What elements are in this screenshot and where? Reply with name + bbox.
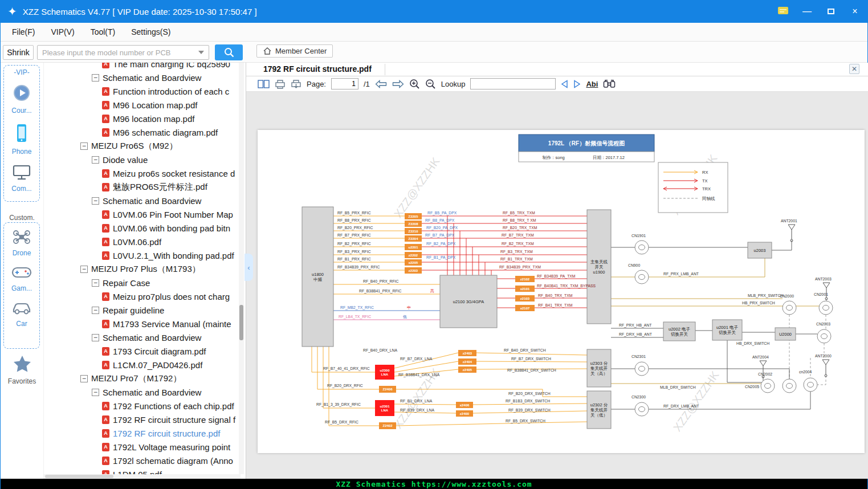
tree-file[interactable]: AM96 schematic diagram.pdf — [44, 125, 241, 139]
tree-folder[interactable]: −Schematic and Boardview — [44, 331, 241, 344]
sidebar-item-game-label[interactable]: Gam... — [11, 284, 32, 292]
app-window: ✦ XZZ Schematics V4.77 [ VIP Due date: 2… — [0, 0, 868, 489]
sidebar-item-computer[interactable] — [13, 165, 31, 182]
collapse-minus-icon[interactable]: − — [80, 266, 88, 273]
document-tab[interactable]: 1792 RF circuit structure.pdf — [263, 64, 372, 74]
tree-folder[interactable]: −MEIZU Pro7（M1792） — [44, 372, 241, 385]
sidebar-item-course[interactable] — [13, 84, 31, 104]
tree-file[interactable]: A1792l schematic diagram (Anno — [44, 454, 241, 467]
tree-file[interactable]: AL0VM.06 Pin Foot Number Map — [44, 207, 241, 221]
collapse-minus-icon[interactable]: − — [92, 74, 99, 82]
page-number-input[interactable] — [331, 78, 358, 89]
tree-item-label: 1792l schematic diagram (Anno — [113, 456, 233, 466]
vip-card-icon[interactable] — [777, 6, 789, 17]
pdf-canvas[interactable]: XZZ@XZZHKXZZ@XZZHKXZZ@XZZHKXZZ@XZZHKu180… — [246, 92, 868, 479]
sidebar-item-course-label[interactable]: Cour... — [11, 107, 31, 115]
collapse-minus-icon[interactable]: − — [92, 156, 99, 164]
minimize-button[interactable]: — — [801, 6, 813, 17]
tree-file[interactable]: AMeizu pro7plus does not charg — [44, 290, 241, 303]
tree-file[interactable]: AFunction introduction of each c — [44, 84, 241, 98]
tree-folder[interactable]: −MEIZU Pro7 Plus（M1793） — [44, 262, 241, 276]
tree-file[interactable]: AM1793 Service Manual (mainte — [44, 317, 241, 331]
close-document-icon[interactable]: ✕ — [849, 64, 859, 74]
sidebar-item-drone-label[interactable]: Drone — [13, 249, 31, 257]
sidebar-item-phone[interactable] — [15, 124, 28, 145]
tree-file[interactable]: AL0VU.2.1_With bonding pad.pdf — [44, 248, 241, 262]
two-page-view-icon[interactable] — [258, 80, 270, 88]
close-button[interactable]: × — [849, 6, 861, 17]
prev-page-icon[interactable] — [375, 80, 387, 88]
collapse-minus-icon[interactable]: − — [92, 279, 99, 287]
print-icon[interactable] — [275, 79, 286, 89]
tree-folder[interactable]: −Schematic and Boardview — [44, 385, 241, 399]
zoom-out-icon[interactable] — [425, 79, 436, 89]
sidebar-item-game[interactable] — [11, 265, 32, 282]
find-next-icon[interactable] — [573, 80, 581, 88]
custom-group-label: Custom. — [1, 214, 43, 222]
tree-file[interactable]: AL0VM.06 with bonding pad bitn — [44, 221, 241, 235]
connector-pin — [639, 366, 645, 372]
tree-item-label: L0VM.06 Pin Foot Number Map — [113, 210, 233, 219]
collapse-minus-icon[interactable]: − — [92, 389, 99, 396]
tree-file[interactable]: A1792 RF circuit structure signal f — [44, 413, 241, 426]
component-label: z2102 — [520, 278, 530, 281]
sidebar-item-car-label[interactable]: Car — [16, 320, 27, 328]
pdf-file-icon: A — [102, 224, 109, 233]
tree-file[interactable]: A1793 Circuit diagram.pdf — [44, 344, 241, 358]
match-case-toggle[interactable]: Abi — [586, 80, 598, 88]
collapse-minus-icon[interactable]: − — [80, 142, 88, 150]
tree-file[interactable]: AThe main charging IC bq25890 — [44, 63, 241, 71]
model-search-input[interactable] — [38, 48, 198, 57]
tree-file[interactable]: A1792 RF circuit structure.pdf — [44, 426, 241, 440]
tree-horizontal-scrollbar[interactable] — [44, 474, 241, 479]
tree-folder[interactable]: −Repair guideline — [44, 303, 241, 317]
maximize-button[interactable] — [825, 6, 837, 17]
sidebar-item-favorites[interactable]: Favorites — [1, 354, 43, 385]
find-previous-icon[interactable] — [561, 80, 568, 88]
signal-label: RF_B38B41_PRX_RFIC — [359, 289, 402, 294]
collapse-minus-icon[interactable]: − — [80, 375, 88, 382]
tree-file[interactable]: A1792 Functions of each chip.pdf — [44, 399, 241, 413]
menu-vip[interactable]: VIP(V) — [43, 27, 82, 36]
tree-file[interactable]: AMeizu pro6s socket resistance d — [44, 166, 241, 180]
tree-file[interactable]: AL1CM.07_PAD0426.pdf — [44, 358, 241, 372]
tree-file[interactable]: A1792L Voltage measuring point — [44, 440, 241, 454]
tree-file[interactable]: A魅族PRO6S元件标注.pdf — [44, 180, 241, 194]
tree-vertical-scrollbar[interactable] — [239, 63, 244, 474]
sidebar-item-phone-label[interactable]: Phone — [12, 148, 32, 156]
sidebar-item-computer-label[interactable]: Com... — [11, 185, 31, 193]
sidebar-item-car[interactable] — [11, 300, 32, 317]
tree-file[interactable]: AM96 Location map.pdf — [44, 98, 241, 112]
tree-folder[interactable]: −Repair Case — [44, 276, 241, 290]
menu-settings[interactable]: Settings(S) — [123, 27, 178, 36]
tree-folder[interactable]: −Schematic and Boardview — [44, 194, 241, 207]
tree-item-label: Schematic and Boardview — [103, 196, 201, 206]
collapse-minus-icon[interactable]: − — [92, 334, 99, 341]
next-page-icon[interactable] — [392, 80, 404, 88]
menu-file[interactable]: File(F) — [4, 27, 43, 36]
collapse-tree-handle[interactable]: ‹ — [244, 254, 253, 281]
model-search-combo[interactable] — [37, 45, 209, 60]
binoculars-search-icon[interactable] — [603, 79, 616, 88]
pdf-file-icon: A — [102, 429, 109, 438]
zoom-in-icon[interactable] — [409, 79, 420, 89]
dropdown-chevron-icon[interactable] — [198, 51, 204, 54]
shrink-button[interactable]: Shrink — [3, 45, 34, 60]
tree-folder[interactable]: −MEIZU Pro6S（M92） — [44, 139, 241, 153]
scrollbar-thumb[interactable] — [239, 305, 243, 340]
search-button[interactable] — [215, 44, 243, 60]
tree-file[interactable]: AL0VM.06.pdf — [44, 235, 241, 248]
scrollbar-thumb[interactable] — [45, 475, 113, 478]
collapse-minus-icon[interactable]: − — [92, 197, 99, 205]
menu-tool[interactable]: Tool(T) — [83, 27, 124, 36]
tree-file[interactable]: AM96 location map.pdf — [44, 112, 241, 125]
lookup-input[interactable] — [470, 78, 556, 89]
tab-member-center[interactable]: Member Center — [256, 44, 333, 58]
print-current-page-icon[interactable] — [291, 79, 301, 89]
tree-folder[interactable]: −Schematic and Boardview — [44, 71, 241, 84]
sidebar-item-drone[interactable] — [13, 229, 31, 247]
collapse-minus-icon[interactable]: − — [92, 307, 99, 314]
tree-folder[interactable]: −Diode value — [44, 153, 241, 166]
connector-pin — [821, 334, 828, 339]
wire — [772, 241, 792, 250]
